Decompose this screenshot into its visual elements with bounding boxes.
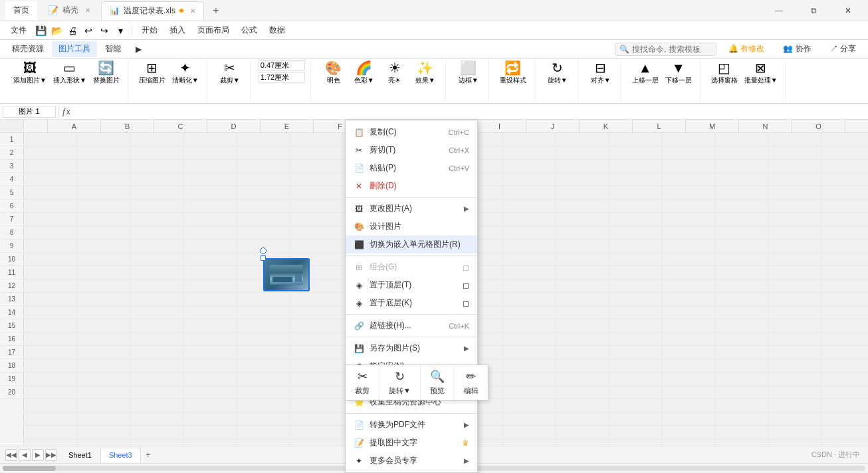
border-button[interactable]: ⬜ 边框▼ bbox=[454, 60, 483, 86]
replace-image-button[interactable]: 🔄 替换图片 bbox=[90, 60, 122, 86]
compress-button[interactable]: ⊞ 压缩图片 bbox=[136, 60, 168, 86]
col-K[interactable]: K bbox=[580, 120, 633, 132]
search-box[interactable]: 🔍 bbox=[615, 43, 716, 56]
tab-file[interactable]: 📊 温度记录表.xls ✕ bbox=[101, 1, 204, 20]
bring-forward-button[interactable]: ▲ 上移一层 bbox=[629, 60, 661, 86]
col-D[interactable]: D bbox=[207, 120, 261, 132]
ctx-hyperlink[interactable]: 🔗 超链接(H)... Ctrl+K bbox=[346, 317, 477, 335]
ctx-delete[interactable]: ✕ 删除(D) bbox=[346, 177, 477, 195]
tab-brand[interactable]: 📝 稿壳 ✕ bbox=[40, 1, 98, 20]
color-button[interactable]: 🎨 明色 bbox=[319, 60, 348, 86]
col-B[interactable]: B bbox=[101, 120, 154, 132]
ctx-to-pdf[interactable]: 📄 转换为PDF文件 ▶ bbox=[346, 416, 477, 434]
formula-input[interactable] bbox=[73, 107, 865, 116]
col-L[interactable]: L bbox=[633, 120, 686, 132]
ctx-switch-embed[interactable]: ⬛ 切换为嵌入单元格图片(R) bbox=[346, 236, 477, 253]
size-width-input[interactable] bbox=[259, 60, 305, 71]
sheet-tab-1[interactable]: Sheet1 bbox=[60, 448, 100, 462]
ctx-copy[interactable]: 📋 复制(C) Ctrl+C bbox=[346, 123, 477, 141]
clear-button[interactable]: ✦ 清晰化▼ bbox=[169, 60, 201, 86]
scrollbar-thumb[interactable] bbox=[3, 466, 56, 471]
ctx-more-member[interactable]: ✦ 更多会员专享 ▶ bbox=[346, 452, 477, 470]
hue-button[interactable]: 🌈 色彩▼ bbox=[350, 60, 379, 86]
col-C[interactable]: C bbox=[154, 120, 207, 132]
ribbon-tab-smart[interactable]: 智能 bbox=[98, 41, 128, 57]
row-17: 17 bbox=[0, 346, 23, 359]
mini-preview-button[interactable]: 🔍 预览 bbox=[421, 365, 455, 400]
save-icon[interactable]: 💾 bbox=[33, 23, 48, 38]
ctx-bring-top[interactable]: ◈ 置于顶层(T) ◻ bbox=[346, 276, 477, 294]
menu-file[interactable]: 文件 bbox=[5, 23, 32, 37]
open-icon[interactable]: 📂 bbox=[49, 23, 64, 38]
ctx-send-bottom[interactable]: ◈ 置于底层(K) ◻ bbox=[346, 294, 477, 312]
col-A[interactable]: A bbox=[48, 120, 101, 132]
sheet-nav-prev[interactable]: ◀ bbox=[19, 449, 31, 461]
ctx-extract-text[interactable]: 📝 提取图中文字 ♛ bbox=[346, 434, 477, 452]
col-N[interactable]: N bbox=[739, 120, 792, 132]
mini-crop-button[interactable]: ✂ 裁剪 bbox=[346, 365, 380, 400]
minimize-button[interactable]: — bbox=[764, 1, 794, 20]
send-backward-button[interactable]: ▼ 下移一层 bbox=[663, 60, 695, 86]
file-tab-close[interactable]: ✕ bbox=[190, 7, 195, 15]
mini-edit-button[interactable]: ✏ 编辑 bbox=[455, 365, 488, 400]
modified-badge[interactable]: 🔔 有修改 bbox=[722, 41, 771, 57]
sheet-nav-next[interactable]: ▶ bbox=[32, 449, 44, 461]
menu-insert[interactable]: 插入 bbox=[164, 23, 191, 37]
ribbon-tab-gaoke[interactable]: 稿壳资源 bbox=[5, 41, 51, 57]
maximize-button[interactable]: ⧉ bbox=[799, 1, 828, 20]
ctx-save-as-pic[interactable]: 💾 另存为图片(S) ▶ bbox=[346, 339, 477, 357]
ctx-change-pic[interactable]: 🖼 更改图片(A) ▶ bbox=[346, 200, 477, 218]
rotate-button[interactable]: ↻ 旋转▼ bbox=[543, 60, 572, 86]
ctx-paste[interactable]: 📄 粘贴(P) Ctrl+V bbox=[346, 159, 477, 177]
row-20: 20 bbox=[0, 386, 23, 399]
restyle-button[interactable]: 🔁 重设样式 bbox=[497, 60, 529, 86]
ribbon-row-compress: ⊞ 压缩图片 ✦ 清晰化▼ bbox=[136, 60, 201, 86]
col-I[interactable]: I bbox=[473, 120, 526, 132]
search-input[interactable] bbox=[632, 45, 712, 54]
col-M[interactable]: M bbox=[686, 120, 739, 132]
align-button[interactable]: ⊟ 对齐▼ bbox=[586, 60, 615, 86]
col-P[interactable]: P bbox=[845, 120, 868, 132]
sheet-nav-last[interactable]: ▶▶ bbox=[45, 449, 57, 461]
name-box[interactable] bbox=[3, 106, 56, 118]
rotate-handle[interactable] bbox=[260, 247, 267, 254]
ribbon-tab-picture[interactable]: 图片工具 bbox=[52, 41, 97, 57]
ribbon-tab-more[interactable]: ▶ bbox=[129, 41, 148, 57]
menu-layout[interactable]: 页面布局 bbox=[192, 23, 235, 37]
add-tab-button[interactable]: + bbox=[207, 1, 225, 20]
col-E[interactable]: E bbox=[261, 120, 314, 132]
share-button[interactable]: ↗ 分享 bbox=[823, 41, 863, 57]
ctx-group[interactable]: ⊞ 组合(G) ◻ bbox=[346, 258, 477, 276]
redo-dropdown[interactable]: ▾ bbox=[113, 23, 128, 38]
insert-shape-button[interactable]: ▭ 插入形状▼ bbox=[51, 60, 89, 86]
sheet-add-button[interactable]: + bbox=[141, 448, 156, 462]
ctx-design-pic[interactable]: 🎨 设计图片 bbox=[346, 218, 477, 236]
redo-icon[interactable]: ↪ bbox=[97, 23, 112, 38]
light-button[interactable]: ☀ 亮☀ bbox=[380, 60, 409, 86]
collab-button[interactable]: 👥 协作 bbox=[776, 41, 817, 57]
size-height-input[interactable] bbox=[259, 72, 305, 82]
batch-button[interactable]: ⊠ 批量处理▼ bbox=[742, 60, 780, 86]
print-icon[interactable]: 🖨 bbox=[65, 23, 80, 38]
crop-button[interactable]: ✂ 裁剪▼ bbox=[215, 60, 245, 86]
floating-image[interactable] bbox=[263, 258, 310, 291]
mini-rotate-button[interactable]: ↻ 旋转▼ bbox=[380, 365, 421, 400]
menu-start[interactable]: 开始 bbox=[136, 23, 163, 37]
sheet-nav-first[interactable]: ◀◀ bbox=[5, 449, 17, 461]
undo-icon[interactable]: ↩ bbox=[81, 23, 96, 38]
brand-tab-close[interactable]: ✕ bbox=[85, 7, 90, 14]
close-button[interactable]: ✕ bbox=[833, 1, 863, 20]
select-pane-button[interactable]: ◰ 选择窗格 bbox=[708, 60, 740, 86]
ctx-switch-embed-label: 切换为嵌入单元格图片(R) bbox=[370, 239, 469, 250]
add-image-button[interactable]: 🖼 添加图片▼ bbox=[11, 60, 49, 86]
resize-mr[interactable] bbox=[261, 255, 266, 261]
menu-data[interactable]: 数据 bbox=[264, 23, 290, 37]
sheet-tab-3[interactable]: Sheet3 bbox=[100, 448, 141, 462]
tab-home[interactable]: 首页 bbox=[5, 1, 37, 20]
effect-button[interactable]: ✨ 效果▼ bbox=[411, 60, 440, 86]
bring-forward-icon: ▲ bbox=[639, 61, 652, 75]
menu-formula[interactable]: 公式 bbox=[236, 23, 263, 37]
col-O[interactable]: O bbox=[792, 120, 845, 132]
col-J[interactable]: J bbox=[526, 120, 580, 132]
ctx-cut[interactable]: ✂ 剪切(T) Ctrl+X bbox=[346, 141, 477, 159]
